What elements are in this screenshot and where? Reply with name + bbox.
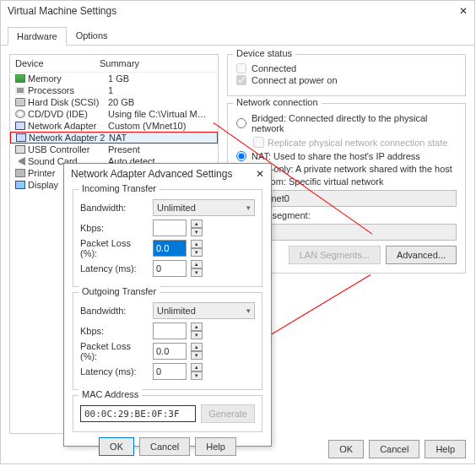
connect-poweron-check: Connect at power on	[236, 75, 457, 85]
col-device: Device	[15, 58, 100, 68]
lan-segments-button[interactable]: LAN Segments...	[289, 246, 381, 264]
advanced-button[interactable]: Advanced...	[386, 246, 457, 264]
device-name: Memory	[28, 73, 108, 84]
bridged-radio[interactable]: Bridged: Connected directly to the physi…	[236, 113, 457, 133]
outgoing-kbps-input	[153, 322, 187, 339]
incoming-bandwidth-select[interactable]: Unlimited	[153, 199, 255, 216]
device-row-cd-dvd-ide-[interactable]: CD/DVD (IDE)Using file C:\Virtual Machin…	[10, 108, 218, 120]
outgoing-bandwidth-select[interactable]: Unlimited	[153, 302, 255, 319]
device-name: USB Controller	[28, 144, 108, 154]
main-button-bar: OK Cancel Help	[328, 440, 466, 458]
incoming-packetloss-input[interactable]: 0.0	[153, 240, 187, 257]
incoming-latency-spinner[interactable]: ▴▾	[191, 260, 203, 277]
device-name: Hard Disk (SCSI)	[28, 97, 108, 107]
tabs: Hardware Options	[1, 21, 474, 46]
mac-address-input[interactable]: 00:0C:29:BE:0F:3F	[80, 405, 196, 422]
device-summary: Using file C:\Virtual Machines...	[108, 109, 209, 119]
incoming-kbps-input	[153, 219, 187, 236]
usb-icon	[15, 145, 25, 154]
titlebar: Virtual Machine Settings ✕	[1, 1, 474, 21]
col-summary: Summary	[100, 58, 209, 68]
incoming-group: Incoming Transfer Bandwidth:Unlimited Kb…	[73, 189, 262, 287]
incoming-packetloss-spinner[interactable]: ▴▾	[191, 240, 203, 257]
replicate-check	[253, 137, 264, 148]
device-name: Network Adapter 2	[29, 133, 109, 143]
device-row-hard-disk-scsi-[interactable]: Hard Disk (SCSI)20 GB	[10, 96, 218, 108]
device-summary: 1	[108, 85, 209, 95]
device-summary: 20 GB	[108, 97, 209, 107]
device-row-processors[interactable]: Processors1	[10, 84, 218, 96]
custom-vmnet-select: VMnet0	[253, 190, 457, 207]
device-row-usb-controller[interactable]: USB ControllerPresent	[10, 144, 218, 155]
device-name: CD/DVD (IDE)	[28, 109, 108, 119]
tab-options[interactable]: Options	[67, 26, 117, 45]
cd-icon	[15, 110, 25, 118]
close-icon[interactable]: ✕	[459, 5, 468, 17]
device-name: Network Adapter	[28, 121, 108, 131]
device-summary: 1 GB	[108, 73, 209, 84]
device-row-network-adapter[interactable]: Network AdapterCustom (VMnet10)	[10, 120, 218, 132]
device-name: Processors	[28, 85, 108, 95]
dialog-title: Network Adapter Advanced Settings	[71, 168, 232, 180]
device-summary: Present	[108, 144, 209, 154]
tab-hardware[interactable]: Hardware	[8, 27, 67, 46]
dialog-close-icon[interactable]: ✕	[256, 168, 264, 180]
incoming-latency-input[interactable]: 0	[153, 260, 187, 277]
outgoing-group: Outgoing Transfer Bandwidth:Unlimited Kb…	[73, 292, 262, 390]
dialog-help-button[interactable]: Help	[195, 437, 236, 456]
incoming-kbps-spinner: ▴▾	[191, 219, 203, 236]
device-status-group: Device status Connected Connect at power…	[227, 54, 466, 96]
connected-check: Connected	[236, 63, 457, 73]
outgoing-latency-spinner[interactable]: ▴▾	[191, 363, 203, 380]
advanced-settings-dialog: Network Adapter Advanced Settings ✕ Inco…	[63, 163, 272, 447]
help-button[interactable]: Help	[425, 440, 466, 458]
ok-button[interactable]: OK	[328, 440, 364, 458]
disk-icon	[15, 98, 25, 106]
dialog-buttons: OK Cancel Help	[73, 437, 262, 456]
sound-icon	[15, 157, 25, 165]
outgoing-latency-input[interactable]: 0	[153, 363, 187, 380]
generate-button[interactable]: Generate	[201, 404, 255, 423]
cancel-button[interactable]: Cancel	[369, 440, 419, 458]
outgoing-packetloss-input[interactable]: 0.0	[153, 343, 187, 360]
lansegment-select	[253, 224, 457, 241]
device-status-legend: Device status	[233, 48, 295, 58]
dialog-cancel-button[interactable]: Cancel	[139, 437, 190, 456]
device-row-network-adapter-2[interactable]: Network Adapter 2NAT	[10, 132, 218, 144]
device-summary: NAT	[109, 133, 210, 143]
outgoing-packetloss-spinner[interactable]: ▴▾	[191, 343, 203, 360]
net-icon	[16, 133, 26, 142]
disp-icon	[15, 181, 25, 189]
cpu-icon	[15, 86, 25, 95]
dialog-ok-button[interactable]: OK	[99, 437, 134, 456]
device-row-memory[interactable]: Memory1 GB	[10, 73, 218, 84]
nat-radio[interactable]: NAT: Used to share the host's IP address	[236, 151, 457, 161]
window-title: Virtual Machine Settings	[8, 5, 116, 17]
mac-group: MAC Address 00:0C:29:BE:0F:3F Generate	[73, 395, 262, 432]
print-icon	[15, 169, 25, 177]
outgoing-kbps-spinner: ▴▾	[191, 322, 203, 339]
network-connection-legend: Network connection	[233, 97, 322, 107]
device-summary: Custom (VMnet10)	[108, 121, 209, 131]
mem-icon	[15, 74, 25, 83]
dialog-titlebar: Network Adapter Advanced Settings ✕	[64, 164, 271, 184]
net-icon	[15, 122, 25, 130]
